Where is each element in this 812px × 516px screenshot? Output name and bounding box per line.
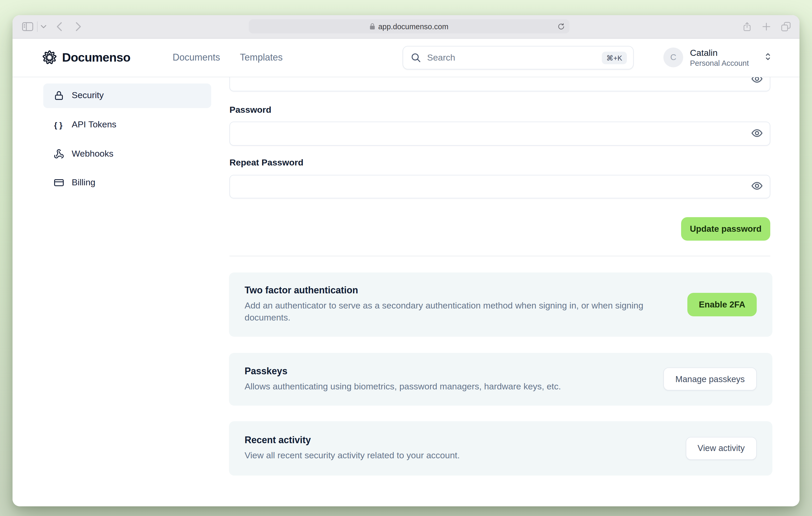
new-tab-icon[interactable] — [762, 23, 770, 30]
update-password-button[interactable]: Update password — [681, 217, 770, 241]
repeat-password-label: Repeat Password — [229, 158, 303, 168]
back-icon[interactable] — [56, 22, 62, 31]
eye-icon — [751, 77, 763, 84]
repeat-password-input[interactable] — [230, 175, 770, 198]
manage-passkeys-button[interactable]: Manage passkeys — [663, 368, 757, 390]
search-input[interactable]: Search ⌘+K — [403, 46, 634, 70]
account-name: Catalin — [690, 47, 749, 58]
avatar: C — [663, 48, 683, 67]
card-description: Allows authenticating using biometrics, … — [244, 380, 561, 392]
account-type: Personal Account — [690, 58, 749, 67]
passkeys-text: Passkeys Allows authenticating using bio… — [244, 366, 561, 392]
password-field — [229, 121, 770, 145]
eye-icon — [751, 128, 763, 138]
recent-activity-card: Recent activity View all recent security… — [229, 421, 772, 475]
search-shortcut-badge: ⌘+K — [602, 51, 627, 64]
passkeys-card: Passkeys Allows authenticating using bio… — [229, 353, 772, 405]
card-description: Add an authenticator to serve as a secon… — [244, 300, 662, 324]
sidebar-panel-icon[interactable] — [22, 22, 33, 31]
card-description: View all recent security activity relate… — [244, 450, 460, 461]
password-input[interactable] — [230, 122, 770, 145]
view-activity-button[interactable]: View activity — [686, 437, 757, 460]
two-factor-text: Two factor authentication Add an authent… — [244, 285, 662, 324]
browser-window: app.documenso.com — [12, 15, 800, 506]
sidebar-item-webhooks[interactable]: Webhooks — [43, 141, 211, 166]
lock-icon — [54, 90, 64, 101]
address-bar[interactable]: app.documenso.com — [249, 19, 570, 33]
padlock-icon — [370, 23, 375, 30]
sidebar-item-billing[interactable]: Billing — [43, 170, 211, 195]
sidebar-item-security[interactable]: Security — [43, 83, 211, 108]
sidebar-item-label: Webhooks — [72, 148, 113, 159]
sidebar-item-label: API Tokens — [72, 119, 116, 130]
section-divider — [229, 255, 770, 256]
account-menu[interactable]: C Catalin Personal Account — [663, 38, 772, 77]
search-placeholder: Search — [427, 52, 602, 63]
two-factor-card: Two factor authentication Add an authent… — [229, 272, 772, 336]
sidebar-item-api-tokens[interactable]: { } API Tokens — [43, 112, 211, 137]
webhook-icon — [54, 148, 64, 159]
card-title: Recent activity — [244, 435, 460, 446]
toggle-visibility-button[interactable] — [751, 181, 763, 192]
password-label: Password — [229, 105, 271, 115]
repeat-password-field — [229, 174, 770, 198]
nav-templates[interactable]: Templates — [240, 38, 283, 77]
sidebar-item-label: Billing — [72, 178, 95, 188]
share-icon[interactable] — [743, 22, 752, 32]
app-header: Documenso Documents Templates Search ⌘+K… — [12, 38, 800, 77]
app-body: Security { } API Tokens Webhooks Billing — [12, 77, 800, 506]
toggle-visibility-button[interactable] — [751, 128, 763, 139]
current-password-input[interactable] — [230, 77, 770, 90]
toggle-visibility-button[interactable] — [751, 77, 763, 85]
documenso-logo-icon — [42, 50, 57, 65]
nav-documents[interactable]: Documents — [173, 38, 220, 77]
forward-icon[interactable] — [76, 22, 81, 31]
card-title: Passkeys — [244, 366, 561, 377]
current-password-field — [229, 77, 770, 91]
brand-home-link[interactable]: Documenso — [42, 38, 130, 77]
tab-overview-icon[interactable] — [781, 22, 791, 31]
recent-activity-text: Recent activity View all recent security… — [244, 435, 460, 461]
reload-icon[interactable] — [557, 23, 565, 30]
brand-name: Documenso — [62, 50, 130, 64]
search-icon — [411, 53, 421, 63]
desktop: app.documenso.com — [0, 0, 812, 516]
browser-toolbar: app.documenso.com — [12, 15, 800, 38]
enable-2fa-button[interactable]: Enable 2FA — [687, 293, 757, 316]
chevrons-up-down-icon — [764, 51, 772, 63]
toolbar-divider — [37, 21, 37, 32]
credit-card-icon — [54, 178, 64, 188]
chevron-down-icon[interactable] — [41, 25, 47, 28]
eye-icon — [751, 181, 763, 191]
url-text: app.documenso.com — [378, 22, 448, 30]
sidebar-item-label: Security — [72, 90, 104, 101]
curly-braces-icon: { } — [54, 120, 64, 129]
card-title: Two factor authentication — [244, 285, 662, 296]
